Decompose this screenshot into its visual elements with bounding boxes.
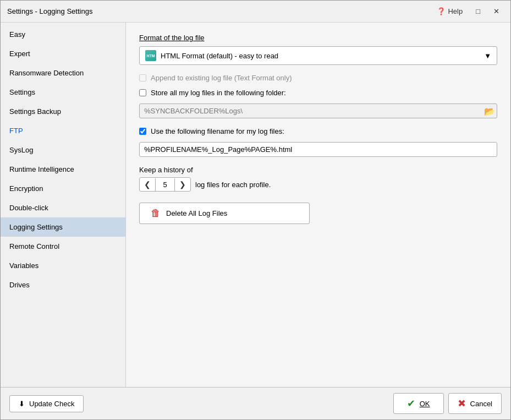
sidebar-item-encryption[interactable]: Encryption [1,179,125,198]
format-label: Format of the log file [139,34,497,42]
format-dropdown[interactable]: HTM HTML Format (default) - easy to read… [139,46,497,65]
sidebar-item-drives[interactable]: Drives [1,275,125,294]
ok-button[interactable]: ✔ OK [393,393,444,414]
help-button[interactable]: ❓ Help [432,5,467,18]
history-section: Keep a history of ❮ 5 ❯ log files for ea… [139,166,497,192]
store-label: Store all my log files in the following … [151,89,286,97]
sidebar-item-syslog[interactable]: SysLog [1,140,125,160]
spinner-value: 5 [155,178,175,191]
sidebar-item-settings-backup[interactable]: Settings Backup [1,102,125,121]
help-icon: ❓ [437,7,446,15]
close-button[interactable]: ✕ [489,5,504,18]
sidebar: Easy Expert Ransomware Detection Setting… [1,23,126,387]
history-row: ❮ 5 ❯ log files for each profile. [139,177,497,192]
x-icon: ✖ [458,397,466,410]
history-label: Keep a history of [139,166,497,174]
ok-label: OK [420,400,430,408]
append-row: Append to existing log file (Text Format… [139,74,497,82]
sidebar-item-ransomware[interactable]: Ransomware Detection [1,63,125,83]
sidebar-item-ftp[interactable]: FTP [1,121,125,140]
update-check-button[interactable]: ⬇ Update Check [9,395,84,412]
main-content: Format of the log file HTM HTML Format (… [126,23,510,387]
title-bar-controls: ❓ Help □ ✕ [432,5,504,18]
append-label: Append to existing log file (Text Format… [151,74,292,82]
maximize-icon: □ [476,7,480,15]
close-icon: ✕ [493,7,499,15]
sidebar-item-variables[interactable]: Variables [1,256,125,275]
update-check-label: Update Check [29,400,74,408]
title-bar: Settings - Logging Settings ❓ Help □ ✕ [1,1,510,23]
spinner-decrease-button[interactable]: ❮ [140,178,155,191]
delete-btn-label: Delete All Log Files [166,209,227,217]
filename-checkbox[interactable] [139,128,146,135]
store-checkbox[interactable] [139,89,146,96]
trash-icon: 🗑 [151,208,161,219]
folder-browse-button[interactable]: 📂 [484,106,495,116]
window-body: Easy Expert Ransomware Detection Setting… [1,23,510,387]
bottom-bar: ⬇ Update Check ✔ OK ✖ Cancel [1,387,510,419]
sidebar-item-double-click[interactable]: Double-click [1,198,125,217]
spinner-increase-button[interactable]: ❯ [175,178,190,191]
filename-input-row [139,142,497,157]
append-checkbox[interactable] [139,74,146,81]
bottom-right-buttons: ✔ OK ✖ Cancel [393,393,502,414]
cancel-button[interactable]: ✖ Cancel [448,393,502,414]
window-title: Settings - Logging Settings [7,7,92,15]
cancel-label: Cancel [470,400,492,408]
maximize-button[interactable]: □ [471,5,485,18]
format-dropdown-row: HTM HTML Format (default) - easy to read… [139,46,497,65]
format-section: Format of the log file HTM HTML Format (… [139,34,497,65]
sidebar-item-expert[interactable]: Expert [1,44,125,63]
history-spinner: ❮ 5 ❯ [139,177,191,192]
sidebar-item-logging-settings[interactable]: Logging Settings [1,217,125,237]
use-filename-row: Use the following filename for my log fi… [139,127,497,135]
folder-input-wrapper: 📂 [139,103,497,118]
download-icon: ⬇ [19,400,25,408]
filename-input[interactable] [139,142,497,157]
filename-label: Use the following filename for my log fi… [151,127,284,135]
store-row: Store all my log files in the following … [139,89,497,97]
sidebar-item-runtime-intelligence[interactable]: Runtime Intelligence [1,160,125,179]
main-window: Settings - Logging Settings ❓ Help □ ✕ E… [0,0,511,420]
html-file-icon: HTM [145,50,156,61]
delete-log-files-button[interactable]: 🗑 Delete All Log Files [139,203,310,224]
history-suffix: log files for each profile. [195,181,271,189]
dropdown-arrow-icon: ▼ [484,52,491,60]
check-icon: ✔ [407,397,415,410]
sidebar-item-settings[interactable]: Settings [1,83,125,102]
folder-input-row: 📂 [139,103,497,118]
folder-input[interactable] [139,103,497,118]
sidebar-item-remote-control[interactable]: Remote Control [1,237,125,256]
sidebar-item-easy[interactable]: Easy [1,25,125,44]
